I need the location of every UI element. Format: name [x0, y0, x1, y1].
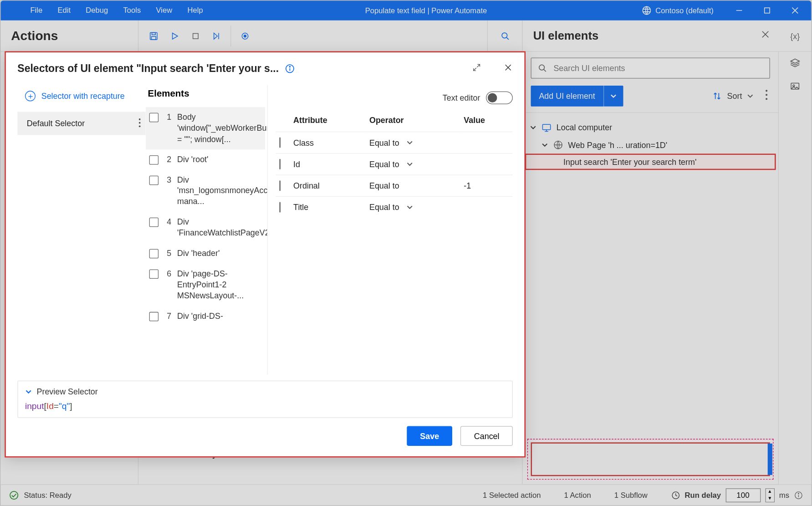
info-icon[interactable]	[285, 63, 295, 74]
preview-selector[interactable]: Preview Selector input[Id="q"]	[17, 381, 513, 418]
attributes-column: Text editor Attribute Operator Value Cla…	[268, 85, 513, 375]
step-button[interactable]	[206, 20, 227, 51]
selector-more-icon[interactable]	[138, 118, 141, 129]
svg-line-39	[474, 68, 476, 71]
attr-checkbox[interactable]	[279, 159, 281, 169]
element-row[interactable]: 2 Div 'root'	[146, 149, 265, 170]
status-selected-action: 1 Selected action	[483, 491, 541, 499]
ui-elements-more[interactable]	[763, 87, 770, 105]
ui-elements-search[interactable]	[531, 58, 770, 79]
svg-line-38	[477, 64, 480, 67]
attr-value[interactable]	[460, 132, 513, 153]
svg-point-37	[289, 66, 290, 67]
col-value: Value	[460, 111, 513, 132]
menu-edit[interactable]: Edit	[50, 0, 78, 20]
run-delay-spinner[interactable]: ▲▼	[765, 488, 774, 502]
toolbar	[138, 20, 488, 51]
info-icon[interactable]	[794, 491, 803, 500]
element-row[interactable]: 1 Body 'window["_webWorkerBundle"] = "";…	[146, 107, 265, 149]
element-checkbox[interactable]	[149, 249, 158, 258]
menu-tools[interactable]: Tools	[116, 0, 148, 20]
run-delay-input[interactable]	[725, 488, 761, 502]
element-number: 7	[164, 311, 171, 320]
run-button[interactable]	[164, 20, 185, 51]
attr-operator[interactable]: Equal to	[369, 181, 457, 190]
element-number: 5	[164, 249, 171, 258]
top-row: Actions UI elements {x}	[0, 20, 811, 52]
svg-point-0	[643, 6, 651, 14]
element-checkbox[interactable]	[149, 113, 158, 122]
svg-rect-7	[152, 36, 156, 40]
col-operator: Operator	[366, 111, 460, 132]
svg-point-21	[766, 94, 767, 96]
menu-bar: File Edit Debug Tools View Help	[0, 0, 210, 20]
menu-view[interactable]: View	[148, 0, 180, 20]
window-close[interactable]	[782, 0, 808, 20]
element-row[interactable]: 5 Div 'header'	[146, 243, 265, 264]
menu-help[interactable]: Help	[180, 0, 210, 20]
tenant-icon	[642, 5, 652, 16]
attributes-table: Attribute Operator Value Class Equal to …	[276, 111, 513, 218]
element-row[interactable]: 7 Div 'grid-DS-	[146, 306, 265, 327]
status-subflows: 1 Subflow	[614, 491, 648, 499]
default-selector-item[interactable]: Default Selector	[17, 112, 145, 135]
chevron-down-icon	[25, 388, 32, 395]
attr-operator[interactable]: Equal to	[369, 138, 457, 147]
cancel-button[interactable]: Cancel	[460, 426, 513, 445]
text-editor-toggle[interactable]	[486, 92, 513, 104]
record-button[interactable]	[235, 20, 255, 51]
save-button[interactable]	[143, 20, 164, 51]
menu-debug[interactable]: Debug	[78, 0, 116, 20]
sort-button[interactable]: Sort	[712, 91, 754, 101]
ui-elements-close[interactable]	[760, 29, 771, 42]
add-ui-element-button[interactable]: Add UI element	[531, 86, 603, 107]
element-label: Body 'window["_webWorkerBundle"] = ""; w…	[177, 112, 267, 144]
preview-selector-text: input[Id="q"]	[25, 401, 505, 412]
run-delay: Run delay ▲▼ ms	[671, 488, 803, 502]
menu-file[interactable]: File	[23, 0, 50, 20]
attr-checkbox[interactable]	[279, 138, 281, 148]
attr-operator[interactable]: Equal to	[369, 203, 457, 212]
svg-point-18	[539, 65, 545, 70]
element-row[interactable]: 4 Div 'FinanceWatchlistPageV2'	[146, 212, 265, 243]
attr-checkbox[interactable]	[279, 180, 281, 191]
window-minimize[interactable]	[726, 0, 752, 20]
ui-elements-title: UI elements	[533, 29, 598, 42]
ui-elements-search-input[interactable]	[553, 63, 763, 72]
element-checkbox[interactable]	[149, 155, 158, 164]
element-number: 1	[164, 112, 171, 122]
dialog-expand[interactable]	[472, 63, 481, 75]
element-row[interactable]: 3 Div 'msn_logomsnmoneyAccount mana...	[146, 170, 265, 212]
attr-value[interactable]	[460, 153, 513, 175]
tenant-picker[interactable]: Contoso (default)	[642, 5, 714, 16]
add-ui-element: Add UI element	[531, 86, 623, 107]
add-ui-element-dropdown[interactable]	[603, 86, 623, 107]
svg-rect-9	[193, 33, 199, 39]
element-number: 6	[164, 269, 171, 278]
run-delay-unit: ms	[779, 491, 789, 499]
rail-layers[interactable]	[790, 58, 800, 71]
element-checkbox[interactable]	[149, 218, 158, 227]
selector-with-recapture[interactable]: ＋ Selector with recapture	[17, 85, 145, 107]
attr-value[interactable]: -1	[460, 175, 513, 196]
tree-selected-element[interactable]: Input search 'Enter your search term'	[525, 153, 776, 170]
element-checkbox[interactable]	[149, 312, 158, 321]
save-button[interactable]: Save	[407, 426, 453, 445]
rail-variables[interactable]: {x}	[779, 20, 812, 51]
elements-column: Elements 1 Body 'window["_webWorkerBundl…	[146, 85, 268, 375]
window-maximize[interactable]	[754, 0, 780, 20]
attr-value[interactable]	[460, 196, 513, 218]
attr-checkbox[interactable]	[279, 202, 281, 212]
tree-root[interactable]: Local computer	[525, 119, 776, 136]
toolbar-search[interactable]	[488, 20, 523, 51]
rail-images[interactable]	[790, 81, 800, 94]
element-checkbox[interactable]	[149, 270, 158, 279]
tree-webpage[interactable]: Web Page 'h ... uration=1D'	[525, 136, 776, 153]
element-row[interactable]: 6 Div 'page-DS-EntryPoint1-2 MSNewsLayou…	[146, 264, 265, 306]
dialog-close[interactable]	[503, 63, 512, 75]
attr-operator[interactable]: Equal to	[369, 159, 457, 169]
default-selector-label: Default Selector	[27, 119, 85, 128]
stop-button[interactable]	[185, 20, 206, 51]
svg-rect-2	[765, 8, 770, 13]
element-checkbox[interactable]	[149, 175, 158, 184]
